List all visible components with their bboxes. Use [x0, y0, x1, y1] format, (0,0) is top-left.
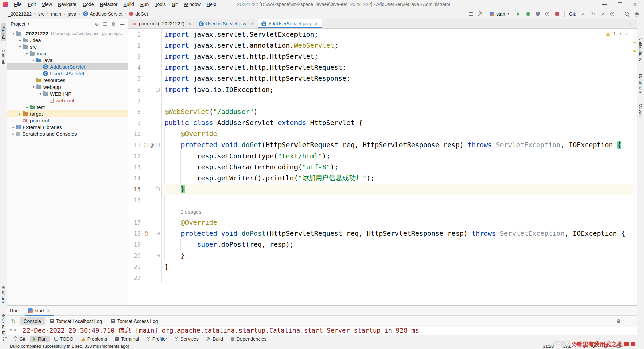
- code-line-20[interactable]: }: [161, 250, 633, 261]
- git-commit-icon[interactable]: ✓: [581, 11, 586, 17]
- tree-item-src[interactable]: ▾src: [7, 43, 128, 50]
- coverage-button[interactable]: [536, 12, 540, 16]
- code-line-17[interactable]: @Override: [161, 217, 633, 228]
- debug-button[interactable]: [526, 12, 530, 16]
- bottom-tab-services[interactable]: Services: [172, 336, 202, 342]
- tree-collapsed-arrow-icon[interactable]: ▸: [17, 38, 23, 42]
- bottom-tab-terminal[interactable]: Terminal: [112, 336, 142, 342]
- console-tab-console[interactable]: Console: [20, 317, 44, 325]
- editor-tab-adduserservlet-java[interactable]: CAddUserServlet.java×: [258, 19, 322, 28]
- bottom-tab-todo[interactable]: TODO: [51, 336, 76, 342]
- breadcrumb-item-doget[interactable]: doGet: [129, 11, 148, 17]
- code-line-18[interactable]: protected void doPost(HttpServletRequest…: [161, 228, 633, 239]
- tree-item-target[interactable]: ▸target: [7, 110, 128, 117]
- console-fold-icon[interactable]: »»: [10, 327, 17, 332]
- close-icon[interactable]: ×: [314, 21, 318, 26]
- bottom-tab-dependencies[interactable]: Dependencies: [228, 336, 270, 342]
- code-line-9[interactable]: public class AddUserServlet extends Http…: [161, 117, 633, 128]
- history-icon[interactable]: [610, 12, 614, 16]
- code-line-13[interactable]: resp.setCharacterEncoding("utf-8");: [161, 162, 633, 173]
- tree-expanded-arrow-icon[interactable]: ▾: [31, 58, 36, 62]
- code-line-11[interactable]: protected void doGet(HttpServletRequest …: [161, 139, 633, 151]
- warning-mark[interactable]: [633, 50, 636, 52]
- tool-stripe-commit[interactable]: Commit: [1, 47, 6, 66]
- tree-item-resources[interactable]: resources: [7, 77, 128, 83]
- tree-item-web-inf[interactable]: ▾WEB-INF: [7, 90, 128, 97]
- annotation-icon[interactable]: [149, 143, 154, 148]
- code-line-16[interactable]: [161, 195, 633, 206]
- run-button[interactable]: [517, 12, 520, 16]
- code-line-12[interactable]: resp.setContentType("text/html");: [161, 151, 633, 162]
- tree-collapsed-arrow-icon[interactable]: ▸: [17, 112, 23, 116]
- tool-window-switcher-icon[interactable]: [3, 337, 7, 341]
- code-line-10[interactable]: @Override: [161, 128, 633, 139]
- tree-expanded-arrow-icon[interactable]: ▾: [24, 52, 30, 55]
- bottom-tab-profiler[interactable]: Profiler: [144, 336, 170, 342]
- menu-git[interactable]: Git: [169, 2, 181, 7]
- usages-hint[interactable]: 2 usages: [181, 209, 201, 215]
- breadcrumb-item-20221222[interactable]: _20221222: [8, 11, 32, 17]
- code-line-1[interactable]: import javax.servlet.ServletException;: [161, 29, 633, 40]
- menu-edit[interactable]: Edit: [25, 2, 39, 7]
- tree-collapsed-arrow-icon[interactable]: ▸: [24, 105, 30, 109]
- hide-panel-icon[interactable]: —: [120, 21, 125, 27]
- ide-settings-icon[interactable]: [469, 12, 473, 16]
- tool-stripe-project[interactable]: Project: [1, 23, 6, 41]
- fold-icon[interactable]: [156, 143, 160, 147]
- code-line-15[interactable]: }: [161, 184, 633, 195]
- code-line-8[interactable]: @WebServlet("/adduser"): [161, 106, 633, 117]
- caret-position[interactable]: 31:28: [543, 344, 554, 349]
- menu-run[interactable]: Run: [137, 2, 152, 7]
- collapse-all-icon[interactable]: [103, 22, 107, 26]
- editor-tab-userlistservlet-java[interactable]: CUserListServlet.java×: [195, 19, 258, 28]
- tool-stripe-database[interactable]: Database: [638, 72, 643, 95]
- code-line-7[interactable]: [161, 95, 633, 106]
- tool-stripe-maven[interactable]: Maven: [638, 102, 643, 119]
- tree-expanded-arrow-icon[interactable]: ▾: [11, 32, 16, 35]
- project-panel-title[interactable]: Project: [11, 21, 25, 27]
- fold-icon[interactable]: [156, 232, 160, 235]
- warning-icon[interactable]: [606, 32, 610, 36]
- hide-panel-icon[interactable]: —: [627, 318, 631, 324]
- bottom-tab-git[interactable]: Git: [11, 336, 29, 342]
- code-line-5[interactable]: import javax.servlet.http.HttpServletRes…: [161, 73, 633, 84]
- editor-tab-pom-xml-20221222[interactable]: mpom.xml (_20221222)×: [128, 19, 195, 28]
- tool-stripe-notifications[interactable]: Notifications: [638, 35, 643, 63]
- breadcrumb-item-src[interactable]: src: [38, 11, 45, 17]
- tree-item-pom-xml[interactable]: mpom.xml: [7, 117, 128, 124]
- tree-collapsed-arrow-icon[interactable]: ▸: [11, 125, 16, 129]
- tree-collapsed-arrow-icon[interactable]: ▸: [11, 132, 16, 136]
- menu-tools[interactable]: Tools: [152, 2, 169, 7]
- code-line-2[interactable]: import javax.servlet.annotation.WebServl…: [161, 40, 633, 51]
- tree-item-scratches-and-consoles[interactable]: ▸Scratches and Consoles: [7, 130, 128, 137]
- tree-item-userlistservlet[interactable]: CUserListServlet: [7, 70, 128, 77]
- bottom-tab-problems[interactable]: Problems: [78, 336, 110, 342]
- bottom-tab-run[interactable]: Run: [30, 336, 50, 342]
- console-tab-tomcat-access-log[interactable]: Tomcat Access Log: [107, 317, 162, 325]
- menu-file[interactable]: File: [11, 2, 25, 7]
- breadcrumb-item-adduserservlet[interactable]: CAddUserServlet: [83, 11, 122, 17]
- override-icon[interactable]: [144, 231, 148, 236]
- search-icon[interactable]: [624, 11, 630, 17]
- tool-stripe-structure[interactable]: Structure: [1, 283, 6, 305]
- rerun-icon[interactable]: ↻: [11, 318, 16, 325]
- tree-expanded-arrow-icon[interactable]: ▾: [31, 85, 36, 89]
- gear-icon[interactable]: ⚙: [111, 21, 116, 27]
- console-output[interactable]: »» 22-Dec-2022 20:30:49.710 信息 [main] or…: [7, 327, 637, 335]
- menu-navigate[interactable]: Navigate: [55, 2, 79, 7]
- tool-stripe-bookmarks[interactable]: Bookmarks: [1, 311, 6, 337]
- warning-mark[interactable]: [633, 42, 636, 43]
- close-icon[interactable]: ×: [187, 21, 192, 26]
- run-config-tab[interactable]: start ×: [25, 306, 54, 315]
- override-icon[interactable]: [144, 143, 148, 147]
- tab-options-icon[interactable]: ⋮: [624, 19, 637, 28]
- menu-help[interactable]: Help: [204, 2, 219, 7]
- build-hammer-icon[interactable]: [478, 11, 483, 17]
- tree-item-java[interactable]: ▾java: [7, 57, 128, 63]
- bottom-tab-build[interactable]: Build: [203, 336, 226, 342]
- console-tab-tomcat-localhost-log[interactable]: Tomcat Localhost Log: [46, 317, 106, 325]
- tree-item-external-libraries[interactable]: ▸External Libraries: [7, 124, 128, 130]
- notifications-icon[interactable]: [635, 12, 639, 15]
- maximize-icon[interactable]: [618, 2, 622, 6]
- code-line-3[interactable]: import javax.servlet.http.HttpServlet;: [161, 51, 633, 62]
